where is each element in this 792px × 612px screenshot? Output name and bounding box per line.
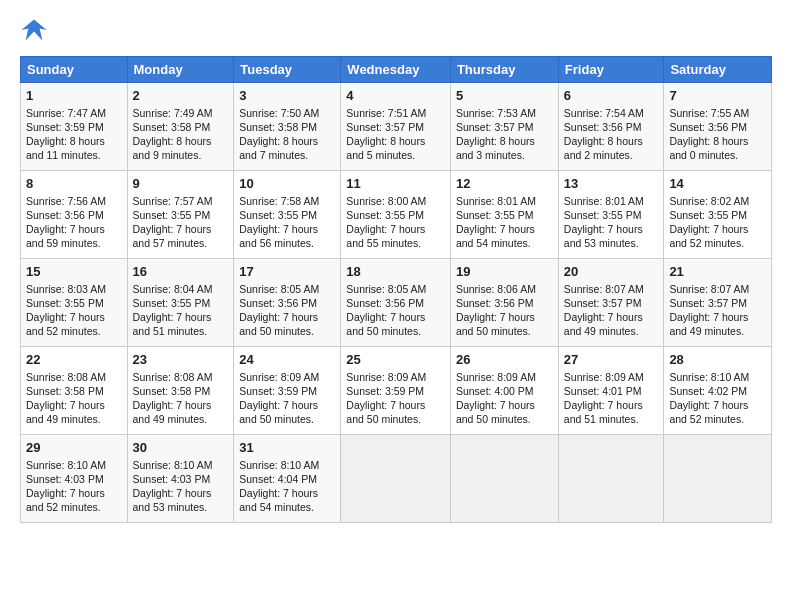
day-info: and 56 minutes. <box>239 237 314 249</box>
day-info: and 49 minutes. <box>26 413 101 425</box>
day-info: Sunset: 3:58 PM <box>239 121 317 133</box>
day-info: and 52 minutes. <box>669 237 744 249</box>
day-info: and 52 minutes. <box>669 413 744 425</box>
calendar-cell: 19Sunrise: 8:06 AMSunset: 3:56 PMDayligh… <box>450 259 558 347</box>
day-number: 19 <box>456 263 553 281</box>
day-info: Sunset: 3:57 PM <box>564 297 642 309</box>
calendar-cell: 17Sunrise: 8:05 AMSunset: 3:56 PMDayligh… <box>234 259 341 347</box>
day-info: Sunrise: 8:04 AM <box>133 283 213 295</box>
day-info: Sunrise: 8:01 AM <box>564 195 644 207</box>
day-info: Sunset: 3:58 PM <box>133 121 211 133</box>
day-info: Sunset: 3:56 PM <box>346 297 424 309</box>
day-info: Sunset: 3:56 PM <box>26 209 104 221</box>
calendar-cell <box>450 435 558 523</box>
calendar-cell: 27Sunrise: 8:09 AMSunset: 4:01 PMDayligh… <box>558 347 664 435</box>
day-info: Daylight: 8 hours <box>456 135 535 147</box>
day-info: Sunset: 3:55 PM <box>239 209 317 221</box>
day-info: Sunrise: 7:51 AM <box>346 107 426 119</box>
weekday-header-thursday: Thursday <box>450 57 558 83</box>
day-info: Daylight: 7 hours <box>133 311 212 323</box>
day-info: Daylight: 8 hours <box>26 135 105 147</box>
day-info: and 7 minutes. <box>239 149 308 161</box>
day-info: Daylight: 7 hours <box>346 399 425 411</box>
day-info: Sunset: 4:02 PM <box>669 385 747 397</box>
calendar-cell: 4Sunrise: 7:51 AMSunset: 3:57 PMDaylight… <box>341 83 451 171</box>
day-info: and 59 minutes. <box>26 237 101 249</box>
day-info: Sunrise: 8:03 AM <box>26 283 106 295</box>
day-number: 3 <box>239 87 335 105</box>
calendar-cell: 23Sunrise: 8:08 AMSunset: 3:58 PMDayligh… <box>127 347 234 435</box>
weekday-header-saturday: Saturday <box>664 57 772 83</box>
day-info: and 3 minutes. <box>456 149 525 161</box>
day-info: Sunset: 3:55 PM <box>456 209 534 221</box>
day-info: and 51 minutes. <box>564 413 639 425</box>
day-info: Sunrise: 7:47 AM <box>26 107 106 119</box>
day-info: and 50 minutes. <box>456 325 531 337</box>
calendar-cell: 21Sunrise: 8:07 AMSunset: 3:57 PMDayligh… <box>664 259 772 347</box>
weekday-header-sunday: Sunday <box>21 57 128 83</box>
day-info: and 54 minutes. <box>239 501 314 513</box>
day-info: Daylight: 7 hours <box>346 311 425 323</box>
day-info: Sunrise: 8:08 AM <box>133 371 213 383</box>
day-info: Sunset: 4:03 PM <box>26 473 104 485</box>
calendar-cell: 28Sunrise: 8:10 AMSunset: 4:02 PMDayligh… <box>664 347 772 435</box>
day-info: Daylight: 7 hours <box>133 399 212 411</box>
calendar-cell: 3Sunrise: 7:50 AMSunset: 3:58 PMDaylight… <box>234 83 341 171</box>
weekday-header-wednesday: Wednesday <box>341 57 451 83</box>
day-number: 26 <box>456 351 553 369</box>
day-info: and 52 minutes. <box>26 501 101 513</box>
day-info: Sunrise: 8:10 AM <box>133 459 213 471</box>
calendar-cell: 6Sunrise: 7:54 AMSunset: 3:56 PMDaylight… <box>558 83 664 171</box>
day-info: and 50 minutes. <box>239 413 314 425</box>
calendar-cell: 10Sunrise: 7:58 AMSunset: 3:55 PMDayligh… <box>234 171 341 259</box>
logo <box>20 16 52 44</box>
day-info: Sunset: 3:59 PM <box>26 121 104 133</box>
svg-marker-0 <box>21 20 46 41</box>
weekday-header-friday: Friday <box>558 57 664 83</box>
day-number: 1 <box>26 87 122 105</box>
day-info: Sunset: 3:55 PM <box>669 209 747 221</box>
day-info: and 57 minutes. <box>133 237 208 249</box>
calendar-cell: 29Sunrise: 8:10 AMSunset: 4:03 PMDayligh… <box>21 435 128 523</box>
calendar-cell <box>664 435 772 523</box>
day-info: Sunrise: 8:00 AM <box>346 195 426 207</box>
day-info: and 9 minutes. <box>133 149 202 161</box>
day-info: and 52 minutes. <box>26 325 101 337</box>
calendar-cell: 30Sunrise: 8:10 AMSunset: 4:03 PMDayligh… <box>127 435 234 523</box>
day-info: and 0 minutes. <box>669 149 738 161</box>
day-number: 18 <box>346 263 445 281</box>
day-info: Daylight: 7 hours <box>239 399 318 411</box>
day-info: Sunrise: 7:53 AM <box>456 107 536 119</box>
day-number: 31 <box>239 439 335 457</box>
day-number: 10 <box>239 175 335 193</box>
day-info: Daylight: 7 hours <box>456 223 535 235</box>
day-info: Sunrise: 8:07 AM <box>564 283 644 295</box>
day-info: Sunset: 3:59 PM <box>346 385 424 397</box>
day-info: Daylight: 7 hours <box>669 223 748 235</box>
day-info: Sunset: 4:03 PM <box>133 473 211 485</box>
day-info: and 53 minutes. <box>133 501 208 513</box>
calendar-cell: 13Sunrise: 8:01 AMSunset: 3:55 PMDayligh… <box>558 171 664 259</box>
day-info: and 53 minutes. <box>564 237 639 249</box>
day-number: 24 <box>239 351 335 369</box>
weekday-header-monday: Monday <box>127 57 234 83</box>
calendar-cell: 25Sunrise: 8:09 AMSunset: 3:59 PMDayligh… <box>341 347 451 435</box>
weekday-header-tuesday: Tuesday <box>234 57 341 83</box>
day-info: Sunset: 3:57 PM <box>346 121 424 133</box>
day-number: 15 <box>26 263 122 281</box>
day-number: 30 <box>133 439 229 457</box>
day-info: Daylight: 8 hours <box>239 135 318 147</box>
day-info: Sunrise: 8:09 AM <box>346 371 426 383</box>
calendar-cell: 11Sunrise: 8:00 AMSunset: 3:55 PMDayligh… <box>341 171 451 259</box>
day-info: Daylight: 8 hours <box>669 135 748 147</box>
day-info: Sunset: 4:01 PM <box>564 385 642 397</box>
day-info: and 50 minutes. <box>239 325 314 337</box>
day-info: Sunrise: 8:09 AM <box>564 371 644 383</box>
day-info: Daylight: 7 hours <box>456 311 535 323</box>
day-info: Daylight: 7 hours <box>669 311 748 323</box>
day-info: Daylight: 7 hours <box>26 223 105 235</box>
day-info: Daylight: 7 hours <box>564 223 643 235</box>
day-number: 23 <box>133 351 229 369</box>
day-info: Sunset: 3:59 PM <box>239 385 317 397</box>
day-info: Daylight: 7 hours <box>26 311 105 323</box>
